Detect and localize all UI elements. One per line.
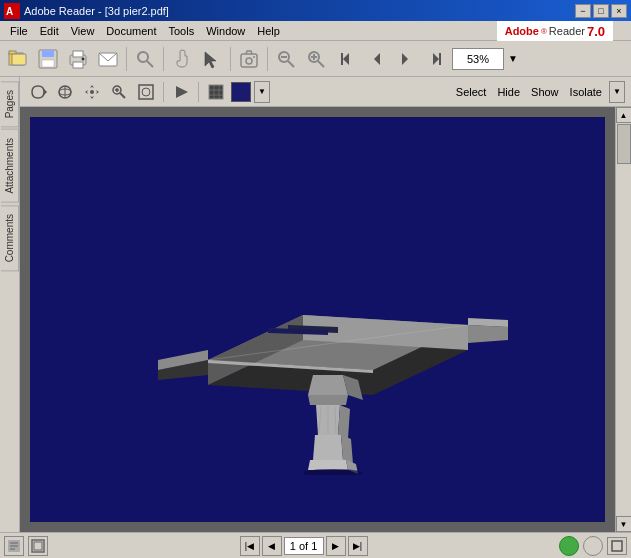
next-page-nav-button[interactable]: ▶ (326, 536, 346, 556)
svg-point-11 (82, 57, 85, 60)
svg-marker-66 (308, 395, 348, 405)
app-icon: A (4, 3, 20, 19)
isolate-3d-button[interactable]: Isolate (566, 86, 606, 98)
version-text: 7.0 (587, 24, 605, 39)
side-panel: Pages Attachments Comments (0, 77, 20, 532)
maximize-button[interactable]: □ (593, 4, 609, 18)
svg-point-17 (253, 56, 255, 58)
zoom-value: 53% (467, 53, 489, 65)
gray-status-icon[interactable] (583, 536, 603, 556)
svg-rect-85 (612, 541, 622, 551)
status-icon-left[interactable] (4, 536, 24, 556)
reader-text: Reader (549, 25, 585, 37)
status-icon-right[interactable] (28, 536, 48, 556)
print-button[interactable] (64, 45, 92, 73)
3d-viewport[interactable] (30, 117, 605, 522)
scroll-track[interactable] (616, 123, 631, 516)
svg-point-16 (246, 58, 252, 64)
title-bar: A Adobe Reader - [3d pier2.pdf] − □ × (0, 0, 631, 21)
document-area: ▼ Select Hide Show Isolate ▼ (20, 77, 631, 532)
menu-file[interactable]: File (4, 23, 34, 39)
svg-marker-27 (374, 53, 380, 65)
attachments-tab[interactable]: Attachments (1, 129, 19, 203)
minimize-button[interactable]: − (575, 4, 591, 18)
hide-3d-button[interactable]: Hide (493, 86, 524, 98)
svg-marker-68 (338, 405, 350, 439)
zoom-in-button[interactable] (302, 45, 330, 73)
svg-marker-60 (468, 325, 508, 343)
page-with-scrollbar: ▲ ▼ (20, 107, 631, 532)
svg-marker-38 (96, 90, 99, 94)
prev-page-button[interactable] (362, 45, 390, 73)
pages-tab[interactable]: Pages (1, 81, 19, 127)
svg-rect-4 (12, 54, 26, 65)
zoom-value-box[interactable]: 53% (452, 48, 504, 70)
zoom-3d-button[interactable] (107, 80, 131, 104)
page-navigation: |◀ ◀ ▶ ▶| (240, 536, 368, 556)
zoom-out-button[interactable] (272, 45, 300, 73)
close-button[interactable]: × (611, 4, 627, 18)
window-title: Adobe Reader - [3d pier2.pdf] (24, 5, 169, 17)
menu-tools[interactable]: Tools (163, 23, 201, 39)
main-toolbar: 53% ▼ (0, 41, 631, 77)
last-page-nav-button[interactable]: ▶| (348, 536, 368, 556)
menu-bar: File Edit View Document Tools Window Hel… (0, 21, 631, 41)
select-tool-button[interactable] (198, 45, 226, 73)
scroll-down-button[interactable]: ▼ (616, 516, 632, 532)
isolate-dropdown-button[interactable]: ▼ (609, 81, 625, 103)
window-status-icon[interactable] (607, 537, 627, 555)
status-right (559, 536, 627, 556)
background-color-swatch[interactable] (231, 82, 251, 102)
menu-edit[interactable]: Edit (34, 23, 65, 39)
separator3 (230, 47, 231, 71)
svg-rect-84 (34, 542, 42, 550)
prev-page-nav-button[interactable]: ◀ (262, 536, 282, 556)
svg-marker-28 (402, 53, 408, 65)
green-status-icon[interactable] (559, 536, 579, 556)
svg-rect-44 (139, 85, 153, 99)
fit-3d-button[interactable] (134, 80, 158, 104)
email-button[interactable] (94, 45, 122, 73)
open-button[interactable] (4, 45, 32, 73)
scroll-up-button[interactable]: ▲ (616, 107, 632, 123)
show-3d-button[interactable]: Show (527, 86, 563, 98)
last-page-button[interactable] (422, 45, 450, 73)
svg-rect-47 (209, 85, 223, 99)
save-button[interactable] (34, 45, 62, 73)
play-3d-button[interactable] (169, 80, 193, 104)
toolbar-3d: ▼ Select Hide Show Isolate ▼ (20, 77, 631, 107)
rotate-3d-button[interactable] (26, 80, 50, 104)
first-page-button[interactable] (332, 45, 360, 73)
menu-window[interactable]: Window (200, 23, 251, 39)
svg-marker-64 (308, 375, 348, 395)
menu-help[interactable]: Help (251, 23, 286, 39)
svg-line-41 (120, 93, 125, 98)
page-input[interactable] (284, 537, 324, 555)
svg-marker-25 (343, 53, 349, 65)
spin-3d-button[interactable] (53, 80, 77, 104)
vertical-scrollbar[interactable]: ▲ ▼ (615, 107, 631, 532)
next-page-button[interactable] (392, 45, 420, 73)
3d-model-svg (128, 165, 508, 475)
svg-rect-15 (241, 54, 257, 67)
snapshot-button[interactable] (235, 45, 263, 73)
3d-sep2 (198, 82, 199, 102)
zoom-dropdown-button[interactable]: ▼ (506, 53, 520, 64)
first-page-nav-button[interactable]: |◀ (240, 536, 260, 556)
svg-line-14 (147, 61, 153, 67)
select-3d-button[interactable]: Select (452, 86, 491, 98)
separator (126, 47, 127, 71)
mesh-3d-button[interactable] (204, 80, 228, 104)
menu-document[interactable]: Document (100, 23, 162, 39)
svg-marker-46 (176, 86, 188, 98)
comments-tab[interactable]: Comments (1, 205, 19, 271)
window-controls: − □ × (575, 4, 627, 18)
svg-line-19 (288, 61, 294, 67)
menu-view[interactable]: View (65, 23, 101, 39)
scroll-thumb[interactable] (617, 124, 631, 164)
color-dropdown-button[interactable]: ▼ (254, 81, 270, 103)
svg-marker-74 (308, 460, 348, 470)
pan-3d-button[interactable] (80, 80, 104, 104)
search-button[interactable] (131, 45, 159, 73)
hand-tool-button[interactable] (168, 45, 196, 73)
